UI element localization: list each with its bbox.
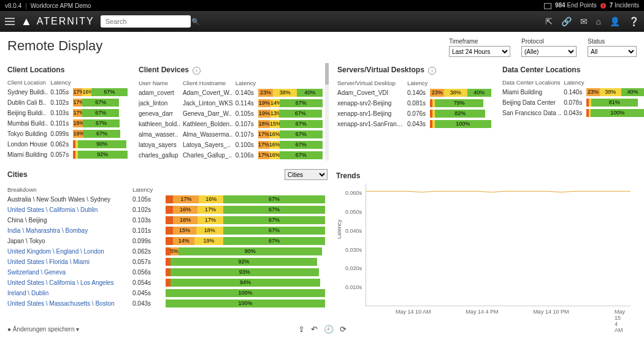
status-label: Status: [588, 38, 637, 45]
table-row[interactable]: United States \ Florida \ Miami0.057s92%: [7, 257, 328, 267]
table-row[interactable]: India \ Maharashtra \ Bombay0.101s15%18%…: [7, 225, 328, 236]
table-row[interactable]: Beijing Buildi..0.103s17%67%: [7, 108, 130, 118]
table-row[interactable]: xenapp-srv2-Beijing0.081s79%: [337, 98, 494, 108]
panel-title-client-devices: Client Devicesi: [139, 66, 325, 75]
table-row[interactable]: Australia \ New South Wales \ Sydney0.10…: [7, 194, 328, 205]
client-locations-table: Client Location Latency Sydney Buildi..0…: [7, 78, 130, 160]
menu-button[interactable]: [5, 18, 15, 25]
table-row[interactable]: London House0.062s90%: [7, 139, 130, 149]
info-icon[interactable]: i: [428, 67, 436, 75]
logo-icon: ▲: [21, 15, 33, 28]
table-row[interactable]: Sydney Buildi..0.105s17%16%67%: [7, 87, 130, 97]
panel-title-servers: Servers/Virtual Desktopsi: [337, 66, 494, 75]
search-input[interactable]: [104, 17, 191, 26]
y-tick-label: 0.060s: [345, 190, 362, 196]
page-title: Remote Display: [7, 38, 102, 54]
scrollbar[interactable]: [325, 63, 329, 160]
cities-select[interactable]: Cities: [285, 169, 328, 180]
col-latency[interactable]: Latency: [407, 78, 430, 88]
version-label: v8.0.4: [5, 2, 21, 9]
home-icon[interactable]: ⌂: [596, 17, 601, 26]
table-row[interactable]: Beijing Data Center0.078s81%: [502, 97, 644, 108]
table-row[interactable]: United States \ California \ Dublin0.102…: [7, 205, 328, 215]
incidents-indicator[interactable]: ! 7 Incidents: [600, 2, 639, 9]
table-row[interactable]: China \ Beijing0.103s16%17%67%: [7, 215, 328, 225]
popout-icon[interactable]: ⇱: [545, 17, 553, 26]
undo-icon[interactable]: ↶: [311, 325, 318, 334]
col-breakdown[interactable]: Breakdown: [7, 185, 132, 194]
col-latency[interactable]: Latency: [236, 78, 258, 88]
app-name-label: Workforce APM Demo: [31, 2, 91, 9]
clock-icon[interactable]: 🕘: [324, 325, 334, 334]
alert-icon: !: [600, 3, 606, 9]
col-latency[interactable]: Latency: [132, 185, 166, 194]
table-row[interactable]: kathleen_bold..Kathleen_Bolden..0.107s18…: [139, 119, 325, 129]
trends-chart[interactable]: Latency 0.060s0.050s0.040s0.030s0.020s0.…: [366, 184, 631, 318]
col-latency[interactable]: Latency: [50, 78, 73, 87]
col-hostname[interactable]: Client Hostname: [183, 78, 236, 88]
logo[interactable]: ▲ ATERNITY: [21, 15, 94, 28]
table-row[interactable]: charles_gallupCharles_Gallup_..0.106s17%…: [139, 150, 325, 160]
table-row[interactable]: Ireland \ Dublin0.045s100%: [7, 288, 328, 298]
timeframe-select[interactable]: Last 24 Hours: [449, 46, 510, 57]
info-icon[interactable]: i: [193, 67, 201, 75]
table-row[interactable]: Adam_Covert_VDI0.140s23%38%40%: [337, 88, 494, 98]
col-client-location[interactable]: Client Location: [7, 78, 50, 87]
col-dc[interactable]: Data Center Locations: [502, 78, 564, 87]
y-tick-label: 0.050s: [345, 209, 362, 215]
status-select[interactable]: All: [588, 46, 637, 57]
protocol-select[interactable]: (Alle): [521, 46, 577, 57]
footer-bar: ● Änderungen speichern ▾ ⇪ ↶ 🕘 ⟳: [0, 321, 644, 335]
refresh-icon[interactable]: ⟳: [340, 325, 347, 334]
table-row[interactable]: Miami Building0.140s23%38%40%: [502, 87, 644, 97]
user-icon[interactable]: 👤: [610, 17, 620, 26]
search-box[interactable]: 🔍: [101, 15, 191, 28]
servers-table: Server/Virtual Desktop Latency Adam_Cove…: [337, 78, 494, 129]
panel-title-cities: Cities: [7, 170, 28, 179]
save-changes-link[interactable]: ● Änderungen speichern ▾: [7, 326, 79, 333]
table-row[interactable]: geneva_darrGeneva_Darr_W..0.105s19%13%67…: [139, 108, 325, 119]
panel-title-trends: Trends: [336, 172, 637, 180]
x-tick-label: May 14 10 PM: [533, 309, 569, 315]
protocol-label: Protocol: [521, 38, 577, 45]
table-row[interactable]: Japan \ Tokyo0.099s14%19%67%: [7, 236, 328, 246]
table-row[interactable]: San Francisco Data ..0.043s100%: [502, 108, 644, 118]
panel-title-client-locations: Client Locations: [7, 66, 130, 74]
timeframe-label: Timeframe: [449, 38, 510, 45]
datacenters-table: Data Center Locations Latency Miami Buil…: [502, 78, 644, 118]
cities-table: Breakdown Latency Australia \ New South …: [7, 185, 328, 309]
main-navbar: ▲ ATERNITY 🔍 ⇱ 🔗 ✉ ⌂ 👤 ❔: [0, 11, 644, 32]
x-tick-label: May 15 4 AM: [615, 309, 625, 333]
table-row[interactable]: jack_lintonJack_Linton_WKS0.114s19%14%67…: [139, 98, 325, 108]
table-row[interactable]: xenapp-srv1-SanFrancis..0.043s100%: [337, 119, 494, 129]
table-row[interactable]: latoya_sayersLatoya_Sayers_..0.100s17%16…: [139, 140, 325, 150]
y-tick-label: 0.030s: [345, 247, 362, 253]
table-row[interactable]: Mumbai Build..0.101s18%67%: [7, 118, 130, 129]
help-icon[interactable]: ❔: [629, 17, 639, 26]
search-icon[interactable]: 🔍: [191, 18, 200, 26]
table-row[interactable]: United States \ Massachusetts \ Boston0.…: [7, 298, 328, 309]
y-tick-label: 0.020s: [345, 265, 362, 271]
x-tick-label: May 14 4 PM: [466, 309, 499, 315]
table-row[interactable]: xenapp-srv1-Beijing0.076s82%: [337, 108, 494, 119]
mail-icon[interactable]: ✉: [580, 17, 588, 26]
table-row[interactable]: Tokyo Building0.099s19%67%: [7, 129, 130, 139]
endpoints-indicator[interactable]: 984 End Points: [544, 2, 597, 9]
monitor-icon: [544, 3, 551, 9]
y-tick-label: 0.040s: [345, 228, 362, 234]
table-row[interactable]: Miami Building0.057s92%: [7, 149, 130, 160]
panel-title-datacenters: Data Center Locations: [502, 66, 644, 74]
col-latency[interactable]: Latency: [564, 78, 586, 87]
table-row[interactable]: United States \ California \ Los Angeles…: [7, 277, 328, 288]
col-username[interactable]: User Name: [139, 78, 183, 88]
table-row[interactable]: United Kingdom \ England \ London0.062s5…: [7, 246, 328, 257]
col-server[interactable]: Server/Virtual Desktop: [337, 78, 407, 88]
table-row[interactable]: Switzerland \ Geneva0.056s93%: [7, 267, 328, 277]
table-row[interactable]: Dublin Cali B..0.102s17%67%: [7, 97, 130, 108]
export-icon[interactable]: ⇪: [298, 325, 305, 334]
table-row[interactable]: adam_covertAdam_Covert_W..0.140s23%38%40…: [139, 88, 325, 98]
link-icon[interactable]: 🔗: [561, 17, 572, 26]
top-status-bar: v8.0.4 | Workforce APM Demo 984 End Poin…: [0, 0, 644, 11]
table-row[interactable]: alma_wasser..Alma_Wasserma..0.107s17%16%…: [139, 129, 325, 140]
x-tick-label: May 14 10 AM: [396, 309, 431, 315]
